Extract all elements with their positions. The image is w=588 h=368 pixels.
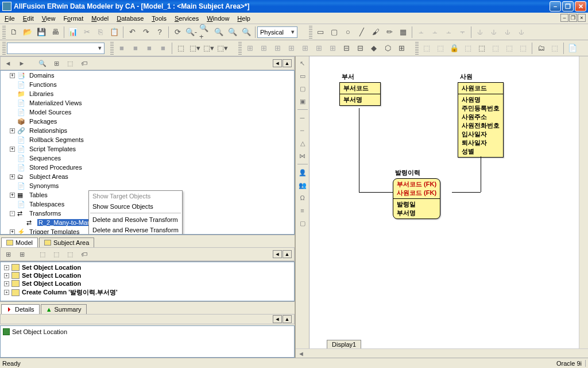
mdi-minimize[interactable]: –	[560, 14, 568, 22]
tb4-e[interactable]: ⬚	[475, 42, 488, 55]
help-button[interactable]: ?	[153, 26, 166, 39]
maximize-button[interactable]: ❐	[562, 1, 574, 12]
tree-item[interactable]: 📄Synonyms	[1, 181, 294, 190]
tree-item[interactable]: 📄Stored Procedures	[1, 163, 294, 172]
tb3-j[interactable]: ◆	[368, 42, 380, 55]
action-row[interactable]: +Set Object Location	[2, 263, 293, 271]
expand-icon[interactable]: -	[10, 211, 15, 216]
subtype-tool[interactable]: △	[297, 137, 308, 149]
open-button[interactable]: 📂	[21, 26, 34, 39]
find-icon[interactable]: 🔍	[37, 58, 48, 68]
tb3-l[interactable]: ⊞	[395, 42, 408, 55]
roundrect-tool[interactable]: ▢	[328, 26, 341, 39]
close-button[interactable]: ✕	[575, 1, 586, 12]
context-menu-item[interactable]: Show Source Objects	[89, 201, 182, 212]
subject-combo[interactable]: ▾	[7, 43, 105, 54]
log-icon-e[interactable]: ⬚	[65, 249, 75, 259]
menu-edit[interactable]: Edit	[23, 15, 34, 22]
tb3-h[interactable]: ⊟	[340, 42, 353, 55]
action-row[interactable]: +Set Object Location	[2, 271, 293, 279]
expand-icon[interactable]: +	[10, 73, 15, 78]
report-button[interactable]: 📊	[67, 26, 79, 39]
print-button[interactable]: 🖶	[49, 26, 61, 39]
tree-item[interactable]: 📄Rollback Segments	[1, 135, 294, 144]
panel3-collapse-left[interactable]: ◄	[273, 315, 282, 323]
menu-database[interactable]: Database	[117, 15, 144, 22]
tag-icon[interactable]: 🏷	[79, 249, 89, 259]
expand-icon[interactable]: +	[10, 229, 15, 235]
toolbar-handle-4[interactable]	[110, 42, 114, 55]
nav-back-icon[interactable]: ◄	[3, 58, 13, 68]
tab-summary[interactable]: ▲Summary	[41, 304, 87, 314]
toolbar-handle-3[interactable]	[2, 42, 6, 55]
tb4-c[interactable]: 🔒	[448, 42, 461, 55]
mdi-restore[interactable]: ❐	[569, 14, 577, 22]
view-level-combo[interactable]: Physical ▾	[257, 26, 297, 38]
expand-icon[interactable]: +	[10, 174, 15, 179]
expand-icon[interactable]: +	[10, 147, 15, 152]
minimize-button[interactable]: –	[550, 1, 561, 12]
tree-item[interactable]: +🔗Relationships	[1, 126, 294, 135]
tree-item[interactable]: 📄Functions	[1, 80, 294, 89]
model-tree[interactable]: +📑Domains📄Functions📁Libraries📄Materializ…	[0, 70, 295, 235]
derived-tool[interactable]: ▣	[297, 95, 308, 107]
manymany-tool[interactable]: ⋈	[297, 150, 308, 162]
toolbar-handle[interactable]	[2, 26, 6, 39]
action-log[interactable]: +Set Object Location+Set Object Location…	[0, 262, 295, 301]
log-icon-a[interactable]: ⊞	[3, 249, 13, 259]
panel2-collapse-right[interactable]: ▲	[283, 250, 292, 258]
canvas-vscrollbar[interactable]	[579, 56, 588, 348]
action-row[interactable]: +Set Object Location	[2, 279, 293, 288]
tb2-h[interactable]: ⬚▾	[216, 42, 229, 55]
er-diagram-canvas[interactable]: 부서 부서코드 부서명 사원 사원코드 사원명주민등록번호사원주소사원전화번호입…	[310, 56, 579, 348]
layout-tool[interactable]: ▦	[397, 26, 409, 39]
scroll-left-icon[interactable]: ◄	[298, 350, 304, 357]
bold-tool[interactable]: ✏	[383, 26, 396, 39]
expand-icon[interactable]: +	[4, 265, 9, 270]
save-button[interactable]: 💾	[35, 26, 48, 39]
toolbar-handle-5[interactable]	[238, 42, 242, 55]
display-tab[interactable]: Display1	[327, 340, 361, 348]
tb2-g[interactable]: ⬚▾	[202, 42, 215, 55]
toolbar-handle-2[interactable]	[309, 26, 312, 39]
undo-button[interactable]: ↶	[126, 26, 138, 39]
tree-item[interactable]: +📑Domains	[1, 71, 294, 80]
text-tool[interactable]: ≡	[297, 205, 308, 216]
filter2-icon[interactable]: ⬚	[65, 58, 75, 68]
expand-icon[interactable]: +	[4, 281, 9, 286]
log-icon-c[interactable]: ⬚	[37, 249, 48, 259]
tb3-k[interactable]: ⬡	[381, 42, 394, 55]
user-tool-b[interactable]: 👥	[297, 179, 308, 191]
color-tool[interactable]: 🖌	[369, 26, 382, 39]
tab-subject-area[interactable]: Subject Area	[39, 237, 94, 247]
toolbar-handle-6[interactable]	[415, 42, 419, 55]
menu-services[interactable]: Services	[175, 15, 199, 22]
menu-help[interactable]: Help	[237, 15, 250, 22]
ellipse-tool[interactable]: ○	[342, 26, 354, 39]
user-tool-a[interactable]: 👤	[297, 167, 308, 178]
rect-tool[interactable]: ▭	[314, 26, 327, 39]
note-tool[interactable]: Ω	[297, 192, 308, 204]
nonid-rel-tool[interactable]: ┄	[297, 125, 308, 136]
filter-icon[interactable]: ⊞	[51, 58, 61, 68]
entity-tool[interactable]: ▭	[297, 70, 308, 82]
panel-collapse-left[interactable]: ◄	[273, 59, 282, 67]
tree-item[interactable]: 📦Packages	[1, 117, 294, 126]
zoom-100-button[interactable]: 🔍	[226, 26, 239, 39]
expand-icon[interactable]: +	[4, 290, 9, 295]
redo-button[interactable]: ↷	[140, 26, 152, 39]
menu-view[interactable]: View	[42, 15, 56, 22]
tree-item[interactable]: 📄Sequences	[1, 154, 294, 163]
panel-collapse-right[interactable]: ▲	[283, 59, 292, 67]
panel2-collapse-left[interactable]: ◄	[273, 250, 282, 258]
tb2-e[interactable]: ⬚	[175, 42, 187, 55]
menu-window[interactable]: Window	[207, 15, 229, 22]
zoom-fit-button[interactable]: 🔍	[212, 26, 225, 39]
zoom-in-button[interactable]: 🔍+	[199, 26, 211, 39]
tb4-k[interactable]: 📄	[566, 42, 579, 55]
identifying-rel-tool[interactable]: ─	[297, 112, 308, 124]
nav-fwd-icon[interactable]: ►	[17, 58, 27, 68]
expand-icon[interactable]: +	[10, 193, 15, 198]
action-row[interactable]: +Create Column '발령이력.부서명'	[2, 288, 293, 297]
panel3-collapse-right[interactable]: ▲	[283, 315, 292, 323]
